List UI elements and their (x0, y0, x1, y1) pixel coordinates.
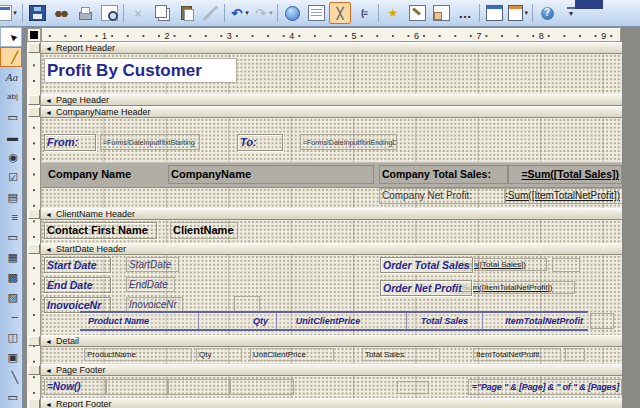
companyname-header-bar[interactable]: ◄ CompanyName Header (41, 106, 622, 118)
undo-button[interactable]: ↶▾ (228, 2, 250, 24)
column-header-itemtotalnetprofit[interactable]: ItemTotalNetProfit (486, 316, 583, 326)
company-net-profit-textbox[interactable]: =Sum([ItemTotalNetProfit]) (505, 188, 622, 204)
section-selector[interactable] (28, 209, 40, 219)
clientname-textbox[interactable]: ClientName (170, 222, 238, 239)
empty-textbox[interactable] (590, 313, 614, 329)
view-report-button[interactable]: ▾ (0, 2, 19, 24)
help-button[interactable]: ? (536, 2, 558, 24)
section-selector[interactable] (28, 107, 40, 117)
combo-box-tool[interactable]: ▤ (0, 187, 22, 207)
invoice-nr-textbox[interactable]: InovoiceNr (126, 297, 183, 312)
order-net-profit-label[interactable]: Order Net Profit (380, 280, 472, 296)
paste-button[interactable] (175, 2, 197, 24)
print-preview-button[interactable] (98, 2, 120, 24)
properties-button[interactable] (430, 2, 452, 24)
report-selector-button[interactable] (27, 28, 41, 42)
from-label[interactable]: From: (44, 134, 96, 151)
subform-tool[interactable]: ▣ (0, 347, 22, 367)
empty-textbox[interactable] (106, 379, 168, 395)
column-header-product-name[interactable]: Product Name (88, 316, 149, 326)
new-object-button[interactable]: ▾ (507, 2, 529, 24)
section-selector[interactable] (28, 244, 40, 254)
database-window-button[interactable] (483, 2, 505, 24)
to-date-textbox[interactable]: =Forms!DateInputf!txtEndingDa (300, 134, 397, 150)
textbox-tool[interactable]: ab| (0, 87, 22, 107)
report-footer-bar[interactable]: ◄ Report Footer (41, 398, 622, 408)
field-list-button[interactable] (305, 2, 327, 24)
start-date-textbox[interactable]: StartDate (126, 257, 179, 272)
page-header-bar[interactable]: ◄ Page Header (41, 94, 622, 106)
select-pointer-tool[interactable]: ► (0, 27, 22, 47)
report-title-label[interactable]: Profit By Customer (44, 58, 237, 83)
company-name-textbox[interactable]: CompanyName (168, 165, 374, 184)
clientname-header-bar[interactable]: ◄ ClientName Header (41, 208, 622, 220)
empty-textbox[interactable] (552, 258, 580, 272)
to-label[interactable]: To: (237, 134, 283, 151)
build-button[interactable]: … (454, 2, 476, 24)
code-button[interactable] (406, 2, 428, 24)
company-net-profit-label[interactable]: Company Net Profit: (379, 188, 505, 204)
print-button[interactable] (74, 2, 96, 24)
empty-textbox[interactable] (397, 381, 429, 394)
column-header-qty[interactable]: Qty (230, 316, 268, 326)
command-button-tool[interactable]: ▭ (0, 227, 22, 247)
section-selector[interactable] (28, 399, 40, 408)
empty-textbox[interactable] (230, 379, 294, 395)
start-date-label[interactable]: Start Date (44, 257, 111, 273)
detail-qty-textbox[interactable]: Qty (196, 348, 242, 361)
toggle-button-tool[interactable]: ▬ (0, 127, 22, 147)
section-selector[interactable] (28, 365, 40, 375)
toolbox-button[interactable]: ╳ (329, 2, 351, 24)
column-header-band[interactable]: Product Name Qty UnitClientPrice Total S… (80, 311, 588, 331)
sorting-grouping-button[interactable]: (≡ (353, 2, 375, 24)
rectangle-tool[interactable]: ▭ (0, 387, 22, 407)
autoformat-button[interactable]: ★ (382, 2, 404, 24)
contact-first-name-label[interactable]: Contact First Name (44, 222, 157, 239)
option-button-tool[interactable]: ◉ (0, 147, 22, 167)
end-date-label[interactable]: End Date (44, 277, 111, 293)
page-break-tool[interactable]: ┄ (0, 307, 22, 327)
empty-textbox[interactable] (565, 348, 585, 361)
file-search-button[interactable] (50, 2, 72, 24)
order-total-sales-label[interactable]: Order Total Sales (380, 257, 473, 273)
detail-total-sales-textbox[interactable]: Total Sales (362, 348, 440, 361)
report-header-bar[interactable]: ◄ Report Header (41, 42, 622, 54)
copy-button[interactable] (151, 2, 173, 24)
end-date-textbox[interactable]: EndDate (126, 277, 175, 292)
detail-bar[interactable]: ◄ Detail (41, 335, 622, 347)
detail-unitclientprice-textbox[interactable]: UnitClientPrice (250, 348, 334, 361)
section-selector[interactable] (28, 43, 40, 53)
design-canvas[interactable]: ◄ Report Header ◄ Page Header ◄ CompanyN… (41, 42, 622, 408)
company-total-sales-textbox[interactable]: =Sum([Total Sales]) (508, 165, 622, 184)
bound-object-frame-tool[interactable]: ▨ (0, 287, 22, 307)
page-footer-bar[interactable]: ◄ Page Footer (41, 364, 622, 376)
format-painter-button[interactable] (199, 2, 221, 24)
company-total-sales-label[interactable]: Company Total Sales: (379, 165, 508, 184)
page-number-textbox[interactable]: ="Page " & [Page] & " of " & [Pages] (468, 379, 622, 395)
cut-button[interactable]: × (127, 2, 149, 24)
unbound-object-frame-tool[interactable]: ▩ (0, 267, 22, 287)
company-name-label[interactable]: Company Name (46, 165, 176, 183)
empty-textbox[interactable] (168, 379, 230, 395)
save-button[interactable] (26, 2, 48, 24)
detail-itemtotalnetprofit-textbox[interactable]: ItemTotalNetProfit (473, 348, 561, 361)
section-selector[interactable] (28, 95, 40, 105)
line-tool[interactable]: ╲ (0, 367, 22, 387)
column-header-total-sales[interactable]: Total Sales (412, 316, 468, 326)
insert-hyperlink-button[interactable] (281, 2, 303, 24)
now-textbox[interactable]: =Now() (44, 379, 106, 395)
column-header-unitclientprice[interactable]: UnitClientPrice (283, 316, 373, 326)
section-selector[interactable] (28, 336, 40, 346)
detail-productname-textbox[interactable]: ProductName (84, 348, 192, 361)
horizontal-ruler[interactable]: 123456789 (41, 28, 621, 42)
redo-button[interactable]: ↷▾ (252, 2, 274, 24)
order-net-profit-textbox[interactable]: =Sum([ItemTotalNetProfit]) (455, 281, 575, 294)
checkbox-tool[interactable]: ☑ (0, 167, 22, 187)
startdate-header-bar[interactable]: ◄ StartDate Header (41, 243, 622, 255)
from-date-textbox[interactable]: =Forms!DateInputf!txtStarting (100, 134, 200, 150)
option-group-tool[interactable]: ▭ (0, 107, 22, 127)
tab-control-tool[interactable]: ◫ (0, 327, 22, 347)
list-box-tool[interactable]: ≡ (0, 207, 22, 227)
control-wizards-tool[interactable]: ╱ (0, 47, 22, 67)
image-tool[interactable]: ▦ (0, 247, 22, 267)
